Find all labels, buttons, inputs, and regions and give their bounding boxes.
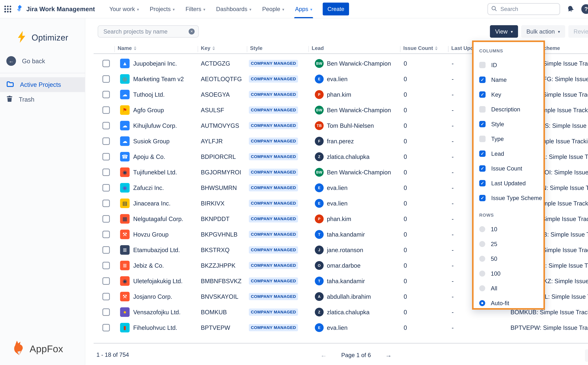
nav-menu-item[interactable]: Projects ▾	[150, 0, 175, 18]
project-name[interactable]: Jinaceara Inc.	[133, 200, 171, 207]
project-name[interactable]: Tuthooj Ltd.	[133, 91, 165, 98]
row-checkbox[interactable]	[102, 106, 110, 114]
project-name[interactable]: Tujifunekbel Ltd.	[133, 169, 177, 176]
review-changes-button[interactable]: Review changes	[568, 25, 588, 38]
rows-option-item[interactable]: 50	[479, 251, 543, 266]
column-toggle-item[interactable]: Name	[479, 72, 543, 87]
column-toggle-item[interactable]: Key	[479, 87, 543, 102]
column-header-name[interactable]: Name	[118, 45, 136, 51]
issue-count: 0	[404, 138, 407, 145]
issue-count: 0	[404, 231, 407, 238]
rows-option-item[interactable]: 25	[479, 237, 543, 252]
create-button[interactable]: Create	[323, 3, 349, 15]
rows-option-item[interactable]: All	[479, 281, 543, 296]
column-toggle-item[interactable]: Style	[479, 117, 543, 132]
project-search-input[interactable]	[103, 28, 189, 35]
nav-menu-item[interactable]: People ▾	[262, 0, 284, 18]
project-name[interactable]: Uletefojakukig Ltd.	[133, 278, 183, 284]
project-name[interactable]: Jebiz & Co.	[133, 262, 164, 269]
rows-option-item[interactable]: Auto-fit	[479, 296, 543, 310]
rows-option-item[interactable]: 10	[479, 222, 543, 237]
checkbox[interactable]	[479, 91, 486, 98]
export-button[interactable]: Export	[585, 349, 588, 362]
view-button[interactable]: View ▾	[490, 25, 518, 38]
project-name[interactable]: Juupobejani Inc.	[133, 60, 177, 67]
column-toggle-item[interactable]: Lead	[479, 146, 543, 161]
next-page-icon[interactable]: →	[385, 351, 392, 359]
column-toggle-item[interactable]: Issue Type Scheme	[479, 191, 543, 205]
row-checkbox[interactable]	[102, 231, 110, 238]
nav-menu-item[interactable]: Your work ▾	[109, 0, 139, 18]
checkbox[interactable]	[479, 150, 486, 157]
project-search[interactable]: ✕	[98, 25, 199, 38]
row-checkbox[interactable]	[102, 293, 110, 300]
clear-search-icon[interactable]: ✕	[189, 28, 195, 35]
row-checkbox[interactable]	[102, 122, 110, 129]
project-name[interactable]: Hovzu Group	[133, 231, 169, 238]
checkbox[interactable]	[479, 165, 486, 172]
project-name[interactable]: Zafuczi Inc.	[133, 184, 164, 191]
checkbox[interactable]	[479, 106, 486, 112]
checkbox[interactable]	[479, 77, 486, 83]
radio-button[interactable]	[479, 271, 485, 277]
row-checkbox[interactable]	[102, 60, 110, 67]
app-switcher-icon[interactable]	[4, 6, 11, 13]
radio-button[interactable]	[479, 226, 485, 232]
notifications-bell-icon[interactable]	[565, 4, 576, 14]
column-toggle-item[interactable]: ID	[479, 58, 543, 72]
column-toggle-item[interactable]: Issue Count	[479, 161, 543, 176]
row-checkbox[interactable]	[102, 153, 110, 160]
row-checkbox[interactable]	[102, 137, 110, 145]
project-name[interactable]: Marketing Team v2	[133, 76, 184, 82]
nav-menu-item[interactable]: Apps ▾	[295, 0, 312, 18]
row-checkbox[interactable]	[102, 184, 110, 191]
go-back-button[interactable]: ← Go back	[0, 54, 85, 68]
row-checkbox[interactable]	[102, 308, 110, 316]
project-name[interactable]: Josjanro Corp.	[133, 293, 172, 300]
column-toggle-item[interactable]: Description	[479, 102, 543, 117]
radio-button[interactable]	[479, 256, 485, 262]
sidebar-item-trash[interactable]: Trash	[0, 92, 85, 107]
column-toggle-item[interactable]: Type	[479, 132, 543, 146]
project-name[interactable]: Nelgutagaful Corp.	[133, 215, 183, 222]
help-icon[interactable]: ?	[581, 4, 588, 14]
nav-menu-item[interactable]: Dashboards ▾	[216, 0, 251, 18]
project-name[interactable]: Susiok Group	[133, 138, 169, 145]
row-checkbox[interactable]	[102, 168, 110, 176]
nav-menu-item[interactable]: Filters ▾	[185, 0, 205, 18]
row-checkbox[interactable]	[102, 246, 110, 254]
checkbox[interactable]	[479, 180, 486, 186]
project-name[interactable]: Etamubazjod Ltd.	[133, 246, 180, 253]
row-checkbox[interactable]	[102, 262, 110, 269]
row-checkbox[interactable]	[102, 91, 110, 98]
column-toggle-item[interactable]: Last Updated	[479, 176, 543, 191]
prev-page-icon[interactable]: ←	[320, 351, 327, 359]
project-name[interactable]: Apoju & Co.	[133, 153, 165, 160]
checkbox[interactable]	[479, 136, 486, 142]
project-name[interactable]: Fiheluohvuc Ltd.	[133, 324, 177, 331]
checkbox[interactable]	[479, 62, 486, 68]
project-name[interactable]: Kihujlufuw Corp.	[133, 122, 177, 129]
row-checkbox[interactable]	[102, 200, 110, 207]
column-header-lead[interactable]: Lead	[312, 45, 324, 51]
radio-button[interactable]	[479, 300, 485, 306]
bulk-action-button[interactable]: Bulk action ▾	[521, 25, 565, 38]
column-header-issue-count[interactable]: Issue Count	[403, 45, 438, 51]
radio-button[interactable]	[479, 285, 485, 291]
checkbox[interactable]	[479, 195, 486, 201]
rows-option-item[interactable]: 100	[479, 266, 543, 281]
jira-home-link[interactable]: Jira Work Management	[16, 4, 95, 14]
global-search[interactable]	[487, 3, 560, 15]
column-header-style[interactable]: Style	[250, 45, 263, 51]
column-header-key[interactable]: Key	[201, 45, 215, 51]
project-name[interactable]: Vensazofojku Ltd.	[133, 309, 181, 316]
row-checkbox[interactable]	[102, 215, 110, 223]
checkbox[interactable]	[479, 121, 486, 127]
global-search-input[interactable]	[500, 5, 549, 13]
project-name[interactable]: Agfo Group	[133, 106, 164, 113]
row-checkbox[interactable]	[102, 75, 110, 83]
sidebar-item-active-projects[interactable]: Active Projects	[0, 77, 85, 92]
radio-button[interactable]	[479, 241, 485, 247]
row-checkbox[interactable]	[102, 324, 110, 331]
row-checkbox[interactable]	[102, 277, 110, 285]
